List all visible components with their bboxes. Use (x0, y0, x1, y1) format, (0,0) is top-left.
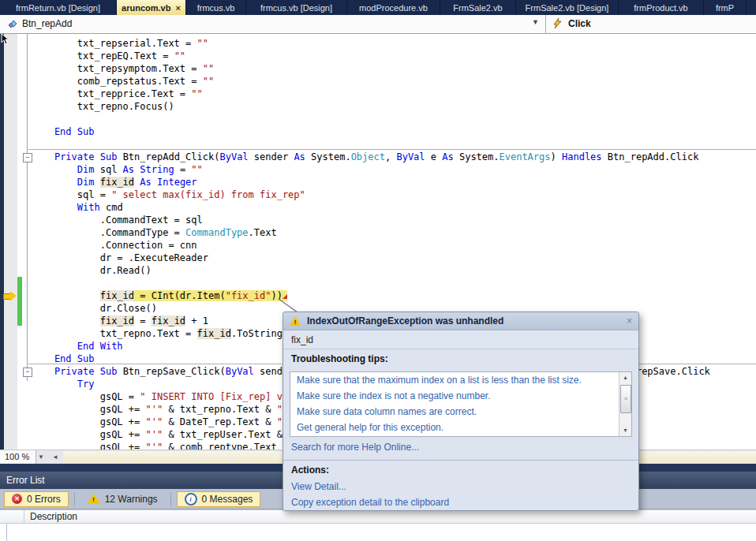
chevron-down-icon[interactable]: ▼ (532, 18, 539, 26)
procedure-separator (28, 149, 756, 150)
navigation-bar: Btn_repAdd ▼ Click (0, 15, 756, 34)
zoom-caret-icon[interactable]: ▼ (38, 451, 44, 464)
troubleshooting-tips-label: Troubleshooting tips: (291, 353, 388, 364)
exception-popup: ! IndexOutOfRangeException was unhandled… (283, 312, 639, 511)
tab-aruncom-vb[interactable]: aruncom.vb× (117, 0, 186, 15)
exception-title: IndexOutOfRangeException was unhandled (307, 315, 503, 326)
exception-expression: fix_id (283, 330, 638, 349)
code-line[interactable]: sql = " select max(fix_id) from fix_rep" (32, 188, 710, 201)
zoom-selector[interactable]: 100 % (0, 450, 36, 464)
actions-label: Actions: (291, 465, 329, 476)
popup-divider (283, 460, 638, 461)
code-line[interactable] (32, 277, 710, 289)
indicator-margin[interactable] (4, 34, 17, 450)
tips-listbox: Make sure that the maximum index on a li… (290, 371, 632, 437)
mouse-pointer-icon (1, 34, 9, 48)
tab-label: frmP (716, 3, 734, 13)
code-line[interactable]: dr.Read() (32, 264, 710, 277)
messages-label: 0 Messages (202, 494, 253, 505)
scroll-up-icon[interactable]: ▲ (619, 372, 631, 383)
troubleshooting-tip-link[interactable]: Make sure that the maximum index on a li… (290, 372, 631, 388)
errors-label: 0 Errors (27, 494, 61, 505)
code-line[interactable]: With cmd (32, 201, 710, 214)
tips-scrollbar[interactable]: ▲ ≡ ▼ (619, 372, 631, 436)
tab-bar: frmReturn.vb [Design]aruncom.vb×frmcus.v… (0, 0, 756, 15)
code-line[interactable]: txt_repserial.Text = "" (32, 37, 710, 50)
tab-label: frmProduct.vb (634, 3, 687, 13)
tips-list: Make sure that the maximum index on a li… (290, 372, 631, 435)
scrollbar-thumb[interactable]: ≡ (620, 385, 631, 413)
info-icon: i (185, 493, 197, 506)
current-statement-arrow-icon (3, 291, 17, 301)
troubleshooting-tip-link[interactable]: Make sure data column names are correct. (290, 404, 631, 420)
code-line[interactable]: txt_repprice.Text = "" (32, 88, 710, 100)
tab-frmsale2-vb[interactable]: FrmSale2.vb (440, 0, 516, 15)
code-line[interactable]: Dim sql As String = "" (32, 163, 710, 176)
tab-label: aruncom.vb (122, 3, 170, 13)
tab-modprocedure-vb[interactable]: modProcedure.vb (347, 0, 440, 15)
tab-label: frmcus.vb [Design] (260, 3, 332, 13)
error-list-content (0, 524, 756, 541)
warning-icon: ! (290, 316, 301, 326)
code-line[interactable]: comb_repstatus.Text = "" (32, 75, 710, 88)
code-line[interactable]: Dim fix_id As Integer (32, 176, 710, 188)
search-help-online-link[interactable]: Search for more Help Online... (291, 442, 419, 453)
code-line[interactable]: dr = .ExecuteReader (32, 252, 710, 264)
code-line[interactable]: txt_repno.Focus() (32, 100, 710, 113)
tab-label: frmReturn.vb [Design] (16, 3, 100, 13)
troubleshooting-tip-link[interactable]: Make sure the index is not a negative nu… (290, 388, 631, 404)
error-list-column-header[interactable]: Description (0, 509, 756, 524)
current-statement-highlight: fix_id = CInt(dr.Item("fix_id")) (100, 290, 287, 301)
code-line[interactable]: End Sub (32, 125, 710, 138)
code-line[interactable]: txt_repsymptom.Text = "" (32, 62, 710, 75)
scroll-down-icon[interactable]: ▼ (619, 425, 631, 436)
code-line[interactable] (32, 113, 710, 125)
event-selector[interactable]: Click (568, 18, 591, 29)
code-line[interactable]: txt_repEQ.Text = "" (32, 50, 710, 62)
warnings-label: 12 Warnings (105, 494, 158, 505)
collapse-minus-icon[interactable]: − (23, 153, 32, 162)
event-lightning-icon (553, 18, 563, 32)
tab-frmcus-vb[interactable]: frmcus.vb (186, 0, 246, 15)
tab-frmp[interactable]: frmP (704, 0, 747, 15)
tab-frmcus-vb-design[interactable]: frmcus.vb [Design] (246, 0, 347, 15)
description-column-header[interactable]: Description (30, 510, 77, 524)
tab-frmproduct-vb[interactable]: frmProduct.vb (619, 0, 704, 15)
change-tracking-bar (17, 277, 22, 326)
tab-label: FrmSale2.vb [Design] (526, 3, 609, 13)
tab-label: FrmSale2.vb (453, 3, 502, 13)
toolbar-separator (170, 493, 171, 506)
action-link[interactable]: Copy exception detail to the clipboard (291, 494, 449, 510)
close-icon[interactable]: × (627, 315, 632, 326)
navbar-divider (545, 15, 546, 33)
code-line[interactable]: Private Sub Btn_repAdd_Click(ByVal sende… (32, 151, 710, 163)
warning-icon: ! (88, 494, 100, 504)
collapse-minus-icon[interactable]: − (23, 368, 32, 377)
troubleshooting-tip-link[interactable]: Get general help for this exception. (290, 420, 631, 435)
tab-close-icon[interactable]: × (175, 3, 180, 13)
action-link[interactable]: View Detail... (291, 479, 449, 494)
errors-toggle-button[interactable]: ✕ 0 Errors (4, 491, 69, 507)
tab-label: frmcus.vb (197, 3, 235, 13)
vs-ide-window: { "icons": { "tab_close": "×", "popup_cl… (0, 0, 756, 541)
error-list-gutter-line (6, 524, 7, 541)
object-selector[interactable]: Btn_repAdd (22, 18, 72, 29)
tab-frmreturn-vb-design[interactable]: frmReturn.vb [Design] (0, 0, 117, 15)
column-divider[interactable] (24, 510, 24, 524)
warnings-toggle-button[interactable]: ! 12 Warnings (80, 491, 165, 507)
toolbar-separator (74, 493, 75, 506)
tab-label: modProcedure.vb (359, 3, 428, 13)
method-icon (6, 19, 18, 32)
code-line[interactable]: fix_id = CInt(dr.Item("fix_id")) (32, 289, 710, 302)
actions-list: View Detail...Copy exception detail to t… (291, 479, 449, 510)
outlining-margin-line (27, 34, 28, 381)
tab-frmsale2-vb-design[interactable]: FrmSale2.vb [Design] (516, 0, 619, 15)
code-line[interactable]: .Connection = cnn (32, 239, 710, 252)
messages-toggle-button[interactable]: i 0 Messages (177, 491, 261, 507)
code-line[interactable]: .CommandText = sql (32, 214, 710, 226)
exception-popup-header: ! IndexOutOfRangeException was unhandled… (283, 312, 638, 330)
error-icon: ✕ (12, 494, 22, 504)
scroll-left-icon[interactable]: ◄ (49, 451, 62, 464)
code-line[interactable]: .CommandType = CommandType.Text (32, 226, 710, 239)
